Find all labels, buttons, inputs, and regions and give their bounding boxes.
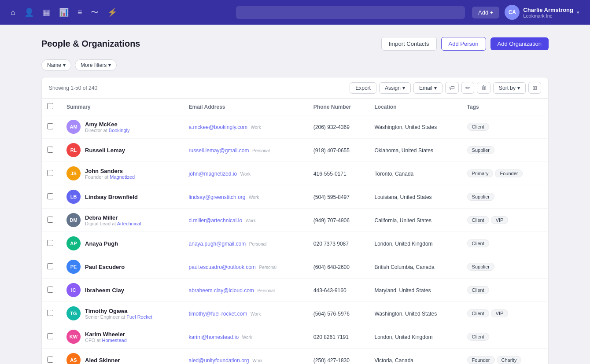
company-link[interactable]: Magnetized (110, 174, 135, 180)
avatar: AM (66, 120, 81, 134)
row-checkbox[interactable] (47, 310, 53, 316)
row-checkbox[interactable] (47, 287, 53, 293)
tag[interactable]: Client (467, 333, 489, 341)
row-checkbox[interactable] (47, 217, 53, 223)
email-link[interactable]: lindsay@greenstitch.org (189, 194, 246, 200)
email-type: Personal (259, 265, 276, 270)
email-cell: d.miller@artechnical.io Work (184, 209, 308, 232)
email-button[interactable]: Email ▾ (413, 82, 442, 94)
more-filters-button[interactable]: More filters ▾ (75, 59, 117, 71)
user-menu[interactable]: CA Charlie Armstrong Lookmark Inc ▾ (505, 5, 579, 20)
edit-button[interactable]: ✏ (461, 82, 474, 94)
avatar: DM (66, 213, 81, 227)
email-link[interactable]: russell.lemay@gmail.com (189, 147, 249, 154)
company-link[interactable]: Homestead (102, 338, 127, 343)
row-checkbox[interactable] (47, 357, 53, 363)
add-person-button[interactable]: Add Person (441, 37, 486, 51)
summary-cell: KW Karim Wheeler CFO at Homestead (61, 325, 184, 349)
row-checkbox-cell (42, 209, 61, 232)
list-icon[interactable]: ≡ (77, 8, 82, 17)
company-link[interactable]: Fuel Rocket (126, 314, 152, 320)
tag[interactable]: Client (467, 309, 489, 317)
row-checkbox[interactable] (47, 170, 53, 176)
location-cell: Victoria, Canada (369, 349, 462, 364)
summary-cell: PE Paul Escudero (61, 255, 184, 279)
tag[interactable]: Founder (495, 169, 523, 177)
row-checkbox[interactable] (47, 193, 53, 199)
person-name: Debra Miller (85, 214, 141, 221)
tag[interactable]: Charity (497, 356, 522, 364)
company-link[interactable]: Artechnical (117, 221, 141, 226)
phone-number: (206) 932-4369 (313, 124, 350, 130)
tag[interactable]: Client (467, 123, 489, 131)
showing-count: Showing 1-50 of 240 (49, 85, 97, 91)
chevron-down-icon: ▾ (402, 85, 405, 91)
email-link[interactable]: paul.escuadro@outlook.com (189, 264, 256, 270)
email-link[interactable]: d.miller@artechnical.io (189, 217, 243, 224)
import-contacts-button[interactable]: Import Contacts (381, 37, 437, 51)
tag[interactable]: VIP (491, 216, 509, 224)
person-name: Paul Escudero (85, 264, 125, 270)
contacts-table: Summary Email Address Phone Number Locat… (41, 98, 549, 364)
row-checkbox-cell (42, 255, 61, 279)
person-info: Lindsay Brownfield (85, 194, 138, 200)
person-name: Timothy Ogawa (85, 308, 152, 314)
tags-cell: ClientVIP (462, 302, 548, 325)
tag-button[interactable]: 🏷 (445, 82, 459, 94)
home-icon[interactable]: ⌂ (11, 8, 15, 17)
chevron-down-icon: ▾ (434, 85, 437, 91)
summary-cell: LB Lindsay Brownfield (61, 185, 184, 209)
row-checkbox[interactable] (47, 147, 53, 153)
table-row: TG Timothy Ogawa Senior Engineer at Fuel… (42, 302, 548, 325)
tag[interactable]: Client (467, 286, 489, 294)
location-text: Maryland, United States (375, 287, 431, 294)
row-checkbox[interactable] (47, 333, 53, 339)
row-checkbox[interactable] (47, 240, 53, 246)
tag[interactable]: Supplier (467, 263, 494, 271)
email-link[interactable]: john@magnetized.io (189, 171, 237, 177)
tag[interactable]: Client (467, 239, 489, 247)
add-organization-button[interactable]: Add Organization (490, 37, 549, 50)
select-all-checkbox[interactable] (47, 103, 53, 109)
email-type: Work (246, 218, 256, 223)
email-cell: lindsay@greenstitch.org Work (184, 185, 308, 209)
tag[interactable]: Founder (467, 356, 495, 364)
email-link[interactable]: a.mckee@bookingly.com (189, 124, 247, 130)
tag[interactable]: VIP (491, 309, 509, 317)
location-cell: London, United Kingdom (369, 325, 462, 349)
more-filters-label: More filters (81, 62, 107, 68)
export-button[interactable]: Export (350, 82, 376, 94)
person-name: Amy McKee (85, 121, 130, 128)
email-link[interactable]: aled@unityfoundation.org (189, 357, 249, 364)
add-button[interactable]: Add + (472, 7, 499, 18)
chart-icon[interactable]: 📊 (59, 7, 69, 17)
row-checkbox[interactable] (47, 123, 53, 129)
email-link[interactable]: karim@homestead.io (189, 334, 239, 340)
location-cell: California, United States (369, 209, 462, 232)
email-column-header: Email Address (184, 99, 308, 115)
trend-icon[interactable]: 〜 (91, 7, 99, 18)
columns-button[interactable]: ⊞ (528, 82, 541, 94)
assign-button[interactable]: Assign ▾ (379, 82, 411, 94)
sort-by-label: Sort by (499, 85, 516, 91)
location-text: Oklahoma, United States (375, 147, 433, 154)
company-link[interactable]: Bookingly (109, 128, 130, 133)
delete-button[interactable]: 🗑 (477, 82, 490, 94)
sort-by-button[interactable]: Sort by ▾ (493, 82, 526, 94)
tag[interactable]: Primary (467, 169, 494, 177)
row-checkbox[interactable] (47, 263, 53, 269)
email-link[interactable]: timothy@fuel-rocket.com (189, 311, 247, 317)
phone-number: (564) 576-5976 (313, 311, 350, 317)
tags-cell: Client (462, 115, 548, 139)
tag[interactable]: Client (467, 216, 489, 224)
tag[interactable]: Supplier (467, 193, 494, 201)
calendar-icon[interactable]: ▦ (43, 7, 50, 17)
email-link[interactable]: abraheem.clay@icloud.com (189, 287, 254, 294)
tag[interactable]: Supplier (467, 146, 494, 154)
email-link[interactable]: anaya.pugh@gmail.com (189, 241, 246, 247)
search-input[interactable] (236, 6, 465, 19)
table-row: KW Karim Wheeler CFO at Homestead karim@… (42, 325, 548, 349)
name-filter[interactable]: Name ▾ (41, 59, 71, 71)
bolt-icon[interactable]: ⚡ (107, 7, 117, 17)
contacts-icon[interactable]: 👤 (24, 7, 34, 17)
